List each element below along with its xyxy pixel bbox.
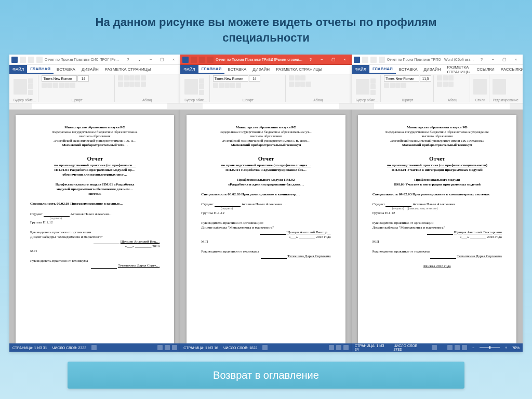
help-icon[interactable]: ? <box>123 56 132 63</box>
tab-file[interactable]: ФАЙЛ <box>9 65 27 74</box>
read-mode-icon[interactable] <box>157 345 163 350</box>
align-left-icon[interactable] <box>118 82 123 87</box>
format-painter-icon[interactable] <box>199 90 204 95</box>
document-area[interactable]: Министерство образования и науки РФ Феде… <box>9 110 180 343</box>
tab-insert[interactable]: ВСТАВКА <box>224 65 249 74</box>
tab-design[interactable]: ДИЗАЙН <box>78 65 102 74</box>
read-mode-icon[interactable] <box>447 345 453 350</box>
indent-inc-icon[interactable] <box>141 75 146 81</box>
zoom-slider[interactable] <box>480 347 500 348</box>
shading-icon[interactable] <box>141 82 146 87</box>
align-left-icon[interactable] <box>289 82 294 87</box>
qat-undo-icon[interactable] <box>199 57 205 63</box>
cut-icon[interactable] <box>199 78 204 84</box>
italic-icon[interactable] <box>47 83 52 88</box>
maximize-icon[interactable]: ▢ <box>157 56 167 63</box>
align-left-icon[interactable] <box>437 82 442 87</box>
format-painter-icon[interactable] <box>370 90 376 95</box>
numbering-icon[interactable] <box>443 75 448 81</box>
align-right-icon[interactable] <box>129 82 135 87</box>
editing-button[interactable] <box>493 79 506 95</box>
qat-redo-icon[interactable] <box>36 57 43 63</box>
qat-save-icon[interactable] <box>20 57 26 63</box>
status-page[interactable]: СТРАНИЦА: 1 ИЗ 34 <box>355 344 389 351</box>
read-mode-icon[interactable] <box>329 345 334 350</box>
maximize-icon[interactable]: ▢ <box>329 56 338 63</box>
numbering-icon[interactable] <box>295 75 300 81</box>
underline-icon[interactable] <box>395 83 401 88</box>
copy-icon[interactable] <box>199 84 204 89</box>
qat-save-icon[interactable] <box>191 57 197 63</box>
font-name-combo[interactable]: Times New Roman <box>384 75 419 82</box>
copy-icon[interactable] <box>370 84 376 89</box>
font-color-icon[interactable] <box>401 83 406 88</box>
font-size-combo[interactable]: 11,5 <box>420 75 431 82</box>
font-color-icon[interactable] <box>70 83 75 88</box>
tab-file[interactable]: ФАЙЛ <box>180 65 198 74</box>
help-icon[interactable]: ? <box>306 56 315 63</box>
paste-button[interactable] <box>184 79 198 95</box>
cut-icon[interactable] <box>28 78 33 84</box>
paste-button[interactable] <box>356 79 369 95</box>
document-area[interactable]: Министерство образования и науки РФ Феде… <box>180 110 351 343</box>
close-icon[interactable]: × <box>169 56 178 63</box>
tab-layout[interactable]: РАЗМЕТКА СТРАНИЦЫ <box>444 65 473 74</box>
close-icon[interactable]: × <box>511 56 521 63</box>
tab-references[interactable]: ССЫЛКИ <box>474 65 498 74</box>
align-center-icon[interactable] <box>443 82 448 87</box>
zoom-level[interactable]: 70% <box>512 346 520 350</box>
format-painter-icon[interactable] <box>28 90 33 95</box>
bold-icon[interactable] <box>213 83 218 88</box>
tab-layout[interactable]: РАЗМЕТКА СТРАНИЦЫ <box>102 65 154 74</box>
tab-design[interactable]: ДИЗАЙН <box>421 65 444 74</box>
font-size-combo[interactable]: 14 <box>249 75 260 82</box>
justify-icon[interactable] <box>448 82 454 87</box>
status-page[interactable]: СТРАНИЦА: 1 ИЗ 16 <box>183 346 218 350</box>
bullets-icon[interactable] <box>289 75 294 81</box>
document-area[interactable]: Министерство образования и науки РФ Феде… <box>352 110 523 343</box>
italic-icon[interactable] <box>390 83 395 88</box>
justify-icon[interactable] <box>135 82 140 87</box>
status-words[interactable]: ЧИСЛО СЛОВ: 2323 <box>52 346 87 350</box>
print-layout-icon[interactable] <box>455 345 460 350</box>
indent-icon[interactable] <box>448 75 454 81</box>
strike-icon[interactable] <box>59 83 64 88</box>
tab-design[interactable]: ДИЗАЙН <box>249 65 273 74</box>
bullets-icon[interactable] <box>437 75 442 81</box>
language-icon[interactable] <box>91 345 97 350</box>
status-page[interactable]: СТРАНИЦА: 1 ИЗ 31 <box>12 346 47 350</box>
cut-icon[interactable] <box>370 78 376 84</box>
close-icon[interactable]: × <box>340 56 350 63</box>
italic-icon[interactable] <box>219 83 224 88</box>
copy-icon[interactable] <box>28 84 33 89</box>
justify-icon[interactable] <box>306 82 311 87</box>
tab-mailings[interactable]: РАССЫЛКИ <box>498 65 523 74</box>
font-size-combo[interactable]: 14 <box>77 75 89 82</box>
indent-icon[interactable] <box>300 75 305 81</box>
minimize-icon[interactable]: − <box>488 56 498 63</box>
status-words[interactable]: ЧИСЛО СЛОВ: 1822 <box>223 346 258 350</box>
underline-icon[interactable] <box>224 83 230 88</box>
subscript-icon[interactable] <box>64 83 70 88</box>
font-color-icon[interactable] <box>236 83 241 88</box>
paste-button[interactable] <box>14 79 27 95</box>
tab-home[interactable]: ГЛАВНАЯ <box>27 65 54 74</box>
return-to-toc-button[interactable]: Возврат в оглавление <box>68 362 464 389</box>
minimize-icon[interactable]: − <box>146 56 155 63</box>
print-layout-icon[interactable] <box>165 345 170 350</box>
qat-redo-icon[interactable] <box>379 57 385 63</box>
tab-layout[interactable]: РАЗМЕТКА СТРАНИЦЫ <box>273 65 325 74</box>
qat-undo-icon[interactable] <box>370 57 377 63</box>
font-name-combo[interactable]: Times New Roman <box>42 75 77 82</box>
bullets-icon[interactable] <box>118 75 123 81</box>
web-layout-icon[interactable] <box>172 345 177 350</box>
maximize-icon[interactable]: ▢ <box>500 56 509 63</box>
align-center-icon[interactable] <box>124 82 129 87</box>
numbering-icon[interactable] <box>124 75 129 81</box>
font-name-combo[interactable]: Times New Roman <box>213 75 248 82</box>
align-center-icon[interactable] <box>295 82 300 87</box>
bold-icon[interactable] <box>42 83 47 88</box>
print-layout-icon[interactable] <box>336 345 341 350</box>
qat-redo-icon[interactable] <box>207 57 214 63</box>
multilevel-icon[interactable] <box>129 75 135 81</box>
